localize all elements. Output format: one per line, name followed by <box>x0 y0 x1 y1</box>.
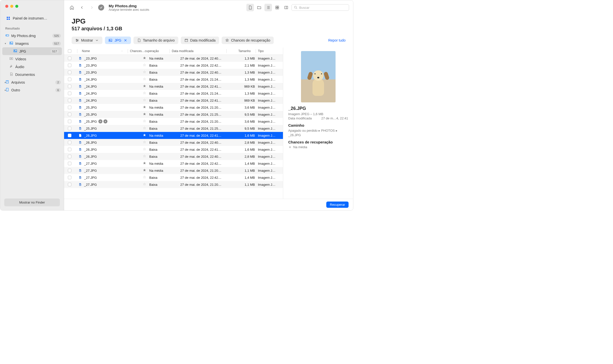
forward-button[interactable] <box>88 4 96 11</box>
sidebar-item-documentos[interactable]: Documentos <box>0 71 64 78</box>
sidebar-item-my-photos-dmg[interactable]: My Photos.dmg525 <box>0 32 64 40</box>
row-checkbox[interactable] <box>68 57 71 60</box>
chevron-right-icon[interactable]: ▸ <box>5 89 6 91</box>
sidebar-item-imagens[interactable]: ▾Imagens517 <box>0 40 64 47</box>
row-checkbox[interactable] <box>68 71 71 74</box>
file-date: 27 de mai. de 2024, 22:40… <box>180 57 233 60</box>
row-checkbox[interactable] <box>68 162 71 165</box>
sidebar-item-arquivos[interactable]: ▸Arquivos2 <box>0 78 64 86</box>
table-row[interactable]: _25.JPGNa média27 de mai. de 2024, 21:20… <box>64 104 283 111</box>
show-in-finder-button[interactable]: Mostrar no Finder <box>4 199 60 206</box>
filter-chances[interactable]: Chances de recuperação <box>222 37 274 44</box>
view-grid-button[interactable] <box>273 4 281 11</box>
filter-date[interactable]: Data modificada <box>181 37 219 44</box>
row-checkbox[interactable] <box>68 99 71 102</box>
toggle-sidebar-button[interactable] <box>282 4 290 11</box>
filter-jpg[interactable]: JPG <box>105 37 131 44</box>
file-date: 27 de mai. de 2024, 21:24… <box>180 92 233 95</box>
row-checkbox[interactable] <box>68 64 71 67</box>
file-table: Nome Chances…cuperação Data modificada T… <box>64 48 283 199</box>
file-name: _25.JPG <box>84 120 97 123</box>
table-row[interactable]: _26.JPGBaixa27 de mai. de 2024, 22:40…2,… <box>64 153 283 160</box>
row-checkbox[interactable] <box>68 183 71 186</box>
table-row[interactable]: _25.JPG#Baixa27 de mai. de 2024, 21:20…3… <box>64 118 283 125</box>
row-checkbox[interactable] <box>68 120 71 123</box>
select-all-checkbox[interactable] <box>68 49 71 53</box>
row-checkbox[interactable] <box>68 134 71 137</box>
back-button[interactable] <box>78 4 86 11</box>
sidebar-item-label: Áudio <box>15 65 24 69</box>
table-row[interactable]: _27.JPGBaixa27 de mai. de 2024, 22:42…1,… <box>64 174 283 181</box>
sidebar-item-label: Outro <box>11 88 20 92</box>
row-checkbox[interactable] <box>68 176 71 179</box>
sidebar-item-outro[interactable]: ▸Outro6 <box>0 86 64 94</box>
table-row[interactable]: _23.JPGBaixa27 de mai. de 2024, 22:40…1,… <box>64 69 283 76</box>
table-row[interactable]: _27.JPGBaixa27 de mai. de 2024, 21:20…1,… <box>64 181 283 188</box>
filter-show[interactable]: Mostrar <box>72 37 102 44</box>
table-row[interactable]: _24.JPGBaixa27 de mai. de 2024, 21:24…1,… <box>64 90 283 97</box>
close-icon[interactable] <box>123 38 127 42</box>
chevron-down-icon[interactable]: ▾ <box>5 42 6 45</box>
row-checkbox[interactable] <box>68 85 71 88</box>
table-row[interactable]: _26.JPGNa média27 de mai. de 2024, 22:41… <box>64 132 283 139</box>
file-name: _25.JPG <box>84 113 97 116</box>
sidebar-dashboard[interactable]: Painel de instrumen… <box>2 14 62 22</box>
view-folder-button[interactable] <box>255 4 263 11</box>
row-checkbox[interactable] <box>68 148 71 151</box>
table-row[interactable]: _24.JPGBaixa27 de mai. de 2024, 21:24…1,… <box>64 76 283 83</box>
col-name[interactable]: Nome <box>79 49 126 53</box>
minimize-icon[interactable] <box>10 5 13 8</box>
file-type: Imagem J… <box>258 57 283 60</box>
maximize-icon[interactable] <box>15 5 18 8</box>
details-modified-value: 27 de m…4, 22:41 <box>321 116 348 120</box>
table-row[interactable]: _24.JPGBaixa27 de mai. de 2024, 22:41…96… <box>64 97 283 104</box>
table-row[interactable]: _25.JPGNa média27 de mai. de 2024, 21:25… <box>64 111 283 118</box>
col-recovery[interactable]: Chances…cuperação <box>130 49 168 53</box>
table-row[interactable]: _25.JPGBaixa27 de mai. de 2024, 21:25…9,… <box>64 125 283 132</box>
row-checkbox[interactable] <box>68 127 71 130</box>
search-input[interactable]: Buscar <box>291 4 349 11</box>
sidebar-item-v-deos[interactable]: Vídeos <box>0 55 64 63</box>
chevron-right-icon[interactable]: ▸ <box>5 81 6 84</box>
row-checkbox[interactable] <box>68 169 71 172</box>
table-row[interactable]: _24.JPGNa média27 de mai. de 2024, 22:41… <box>64 83 283 90</box>
recovery-level: Baixa <box>149 127 158 130</box>
reset-filters[interactable]: Repor tudo <box>328 38 346 42</box>
table-row[interactable]: _27.JPGNa média27 de mai. de 2024, 21:20… <box>64 167 283 174</box>
svg-rect-3 <box>9 19 10 20</box>
row-checkbox[interactable] <box>68 106 71 109</box>
close-icon[interactable] <box>5 5 8 8</box>
sidebar-dashboard-label: Painel de instrumen… <box>13 16 47 20</box>
row-checkbox[interactable] <box>68 113 71 116</box>
hex-icon[interactable]: # <box>103 119 107 123</box>
recover-button[interactable]: Recuperar <box>326 202 349 208</box>
preview-icon[interactable] <box>98 119 102 123</box>
table-row[interactable]: _23.JPGBaixa27 de mai. de 2024, 22:42…2,… <box>64 62 283 69</box>
view-document-button[interactable] <box>246 4 254 11</box>
filter-size[interactable]: Tamanho do arquivo <box>133 37 178 44</box>
col-type[interactable]: Tipo <box>258 49 283 53</box>
file-icon <box>78 57 83 60</box>
home-button[interactable] <box>68 4 76 11</box>
sidebar-item-jpg[interactable]: JPG517 <box>2 47 62 55</box>
row-checkbox[interactable] <box>68 92 71 95</box>
sidebar-item--udio[interactable]: Áudio <box>0 63 64 71</box>
table-row[interactable]: _27.JPGNa média27 de mai. de 2024, 22:42… <box>64 160 283 167</box>
svg-rect-37 <box>80 128 81 129</box>
table-row[interactable]: _26.JPGBaixa27 de mai. de 2024, 22:40…2,… <box>64 139 283 146</box>
file-icon <box>137 38 141 42</box>
file-icon <box>78 169 83 172</box>
sidebar-badge: 6 <box>55 88 61 92</box>
svg-rect-39 <box>80 149 81 150</box>
row-checkbox[interactable] <box>68 141 71 144</box>
view-list-button[interactable] <box>264 4 272 11</box>
row-checkbox[interactable] <box>68 155 71 158</box>
chevron-left-icon <box>80 5 84 10</box>
row-checkbox[interactable] <box>68 78 71 81</box>
recovery-level: Baixa <box>149 155 158 158</box>
table-row[interactable]: _26.JPGBaixa27 de mai. de 2024, 22:41…1,… <box>64 146 283 153</box>
col-date[interactable]: Data modificada <box>172 49 224 53</box>
col-size[interactable]: Tamanho <box>229 49 254 53</box>
table-row[interactable]: _23.JPGNa média27 de mai. de 2024, 22:40… <box>64 55 283 62</box>
chevron-down-icon <box>95 38 99 42</box>
